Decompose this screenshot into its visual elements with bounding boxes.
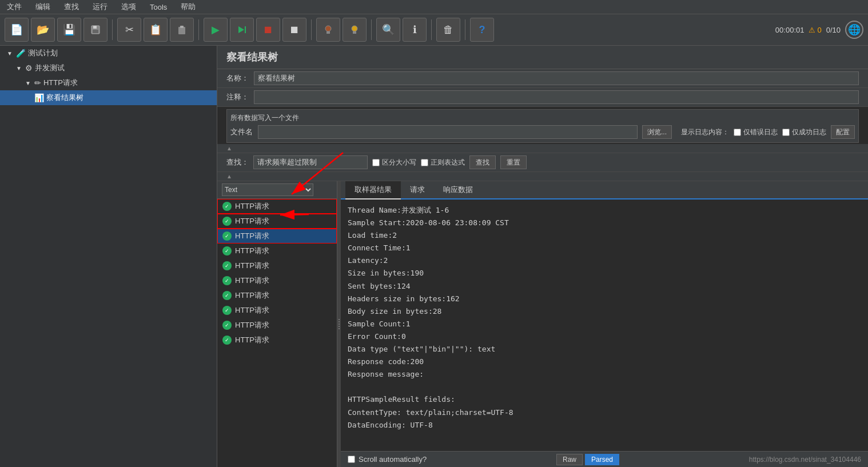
svg-point-9	[352, 26, 357, 31]
menu-options[interactable]: 选项	[119, 1, 138, 13]
toolbar-stop-btn[interactable]: ⏹	[256, 18, 280, 42]
scroll-auto-checkbox[interactable]	[348, 456, 355, 463]
search-button[interactable]: 查找	[469, 155, 496, 169]
regex-checkbox[interactable]: 正则表达式	[421, 158, 465, 167]
result-item-8[interactable]: HTTP请求	[217, 318, 337, 333]
toolbar-remote2-btn[interactable]	[343, 18, 367, 42]
result-item-2[interactable]: HTTP请求	[217, 229, 337, 244]
file-row: 文件名 浏览... 显示日志内容： 仅错误日志 仅成功日志 配置	[230, 125, 855, 139]
svg-rect-4	[180, 26, 184, 28]
toolbar-clear-btn[interactable]: 🗑	[436, 18, 460, 42]
toolbar-paste-btn[interactable]	[170, 18, 194, 42]
success-log-check[interactable]	[782, 129, 790, 136]
config-button[interactable]: 配置	[831, 125, 855, 139]
detail-error-count: Error Count:0	[348, 330, 861, 343]
menu-file[interactable]: 文件	[5, 1, 24, 13]
file-section: 所有数据写入一个文件 文件名 浏览... 显示日志内容： 仅错误日志 仅成功日志…	[226, 109, 859, 143]
detail-content-type: ContentType: text/plain;charset=UTF-8	[348, 406, 861, 419]
toolbar-sep3	[311, 19, 312, 40]
menu-find[interactable]: 查找	[62, 1, 81, 13]
tree-item-plan[interactable]: ▼ 🧪 测试计划	[0, 46, 217, 61]
detail-headers-size: Headers size in bytes:162	[348, 293, 861, 305]
toolbar-play-btn[interactable]: ▶	[204, 18, 228, 42]
sidebar: ▼ 🧪 测试计划 ▼ ⚙ 并发测试 ▼ ✏ HTTP请求 📊 察看结果树	[0, 46, 217, 467]
result-label-0: HTTP请求	[235, 201, 269, 211]
toolbar-playstep-btn[interactable]	[230, 18, 254, 42]
collapse-row-2[interactable]: ▲	[217, 172, 868, 181]
toolbar-saveas-btn[interactable]	[83, 18, 107, 42]
menu-bar: 文件 编辑 查找 运行 选项 Tools 帮助	[0, 0, 868, 14]
detail-sample-start: Sample Start:2020-08-06 23:08:09 CST	[348, 217, 861, 229]
tree-item-thread[interactable]: ▼ ⚙ 并发测试	[0, 61, 217, 75]
name-input[interactable]	[254, 71, 859, 85]
result-item-0[interactable]: HTTP请求	[217, 199, 337, 214]
tab-response-data[interactable]: 响应数据	[434, 181, 482, 199]
collapse-arrow-1: ▲	[226, 145, 232, 151]
toolbar-help-btn[interactable]: ?	[470, 18, 494, 42]
success-icon-2	[222, 231, 232, 241]
success-icon-7	[222, 306, 232, 315]
results-type-select[interactable]: Text HTML JSON XML	[222, 183, 313, 196]
tab-sampler-result[interactable]: 取样器结果	[345, 181, 401, 199]
toolbar-search-btn[interactable]: 🔍	[376, 18, 400, 42]
raw-button[interactable]: Raw	[556, 454, 583, 465]
success-icon-1	[222, 217, 232, 226]
toolbar-copy-btn[interactable]: 📋	[144, 18, 168, 42]
result-item-3[interactable]: HTTP请求	[217, 244, 337, 258]
plan-icon: 🧪	[16, 49, 26, 58]
tab-request[interactable]: 请求	[401, 181, 434, 199]
bottom-bar: Scroll automatically? Raw Parsed https:/…	[341, 451, 868, 467]
result-label-8: HTTP请求	[235, 320, 269, 330]
scroll-label: Scroll automatically?	[359, 455, 427, 464]
search-input[interactable]	[253, 155, 368, 169]
file-input[interactable]	[258, 125, 638, 139]
success-icon-6	[222, 291, 232, 300]
case-sensitive-label: 区分大小写	[382, 158, 416, 167]
result-item-6[interactable]: HTTP请求	[217, 288, 337, 303]
detail-thread-name: Thread Name:并发测试 1-6	[348, 204, 861, 217]
error-log-checkbox[interactable]: 仅错误日志	[734, 127, 778, 137]
toolbar-cut-btn[interactable]: ✂	[117, 18, 141, 42]
detail-data-encoding: DataEncoding: UTF-8	[348, 419, 861, 432]
success-log-label: 仅成功日志	[792, 127, 826, 137]
detail-latency: Latency:2	[348, 254, 861, 267]
result-item-9[interactable]: HTTP请求	[217, 333, 337, 348]
toolbar-remote1-btn[interactable]	[316, 18, 340, 42]
toolbar-save-btn[interactable]: 💾	[57, 18, 81, 42]
detail-connect-time: Connect Time:1	[348, 242, 861, 254]
menu-tools[interactable]: Tools	[148, 2, 169, 13]
comment-input[interactable]	[254, 90, 859, 104]
menu-edit[interactable]: 编辑	[33, 1, 53, 13]
toolbar-info-btn[interactable]: ℹ	[403, 18, 427, 42]
case-sensitive-checkbox[interactable]: 区分大小写	[372, 158, 416, 167]
result-item-5[interactable]: HTTP请求	[217, 273, 337, 288]
error-log-check[interactable]	[734, 129, 741, 136]
tree-label-thread: 并发测试	[35, 63, 65, 73]
case-sensitive-check[interactable]	[372, 159, 380, 166]
toolbar-sep5	[431, 19, 432, 40]
tree-item-view[interactable]: 📊 察看结果树	[0, 90, 217, 105]
resize-dot-4	[339, 326, 340, 327]
parsed-button[interactable]: Parsed	[585, 454, 619, 465]
regex-check[interactable]	[421, 159, 428, 166]
detail-load-time: Load time:2	[348, 229, 861, 242]
result-item-1[interactable]: HTTP请求	[217, 214, 337, 229]
success-log-checkbox[interactable]: 仅成功日志	[782, 127, 826, 137]
reset-button[interactable]: 重置	[500, 155, 527, 169]
menu-help[interactable]: 帮助	[178, 1, 198, 13]
menu-run[interactable]: 运行	[90, 1, 110, 13]
toolbar-new-btn[interactable]: 📄	[5, 18, 29, 42]
detail-response-message: Response message:	[348, 368, 861, 381]
thread-icon: ⚙	[25, 63, 33, 73]
toolbar-sep6	[465, 19, 465, 40]
result-item-7[interactable]: HTTP请求	[217, 303, 337, 318]
detail-http-result: HTTPSampleResult fields:	[348, 393, 861, 406]
toolbar-stopnow-btn[interactable]: ⏹	[282, 18, 306, 42]
results-area: Text HTML JSON XML HTTP请求 HTTP请求	[217, 181, 868, 467]
toolbar-open-btn[interactable]: 📂	[31, 18, 55, 42]
tree-item-http[interactable]: ▼ ✏ HTTP请求	[0, 75, 217, 90]
result-item-4[interactable]: HTTP请求	[217, 258, 337, 273]
browse-button[interactable]: 浏览...	[642, 125, 672, 139]
collapse-row-1[interactable]: ▲	[217, 144, 868, 153]
success-icon-9	[222, 336, 232, 345]
